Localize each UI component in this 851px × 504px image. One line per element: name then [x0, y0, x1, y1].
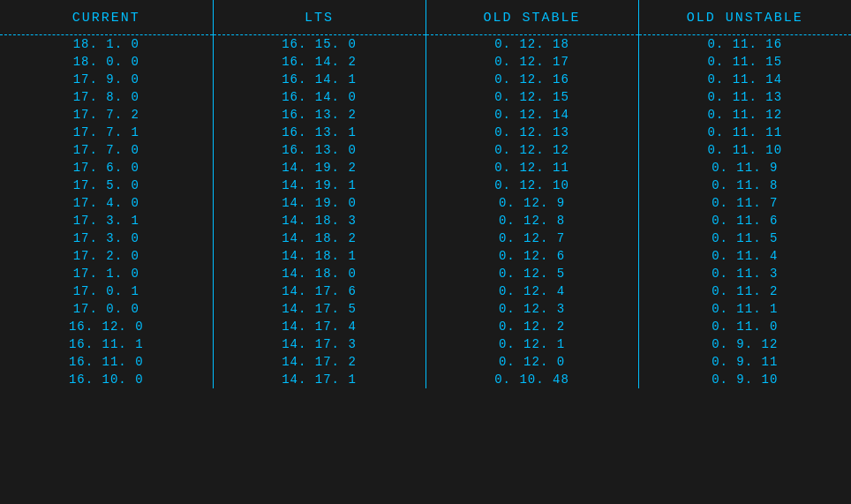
table-cell: 0. 12. 16	[426, 71, 638, 88]
table-body: 18. 1. 016. 15. 00. 12. 180. 11. 1618. 0…	[0, 35, 851, 389]
table-row: 17. 2. 014. 18. 10. 12. 60. 11. 4	[0, 247, 851, 265]
header-lts: LTS	[213, 0, 426, 31]
table-cell: 0. 11. 15	[638, 53, 851, 71]
table-cell: 0. 11. 1	[638, 300, 851, 318]
table-cell: 0. 10. 48	[426, 371, 638, 388]
header-current: CURRENT	[0, 0, 213, 31]
table-cell: 17. 1. 0	[0, 265, 213, 282]
table-row: 17. 0. 114. 17. 60. 12. 40. 11. 2	[0, 282, 851, 300]
table-cell: 0. 11. 3	[638, 265, 851, 282]
table-cell: 17. 4. 0	[0, 194, 213, 212]
table-cell: 14. 17. 5	[213, 300, 426, 318]
table-cell: 16. 13. 2	[213, 106, 426, 124]
table-cell: 0. 12. 12	[426, 141, 638, 159]
table-cell: 0. 12. 15	[426, 88, 638, 106]
table-cell: 0. 12. 6	[426, 247, 638, 265]
table-cell: 17. 0. 0	[0, 300, 213, 318]
table-cell: 0. 12. 1	[426, 335, 638, 353]
table-cell: 0. 11. 2	[638, 282, 851, 300]
table-row: 17. 5. 014. 19. 10. 12. 100. 11. 8	[0, 177, 851, 194]
table-row: 17. 1. 014. 18. 00. 12. 50. 11. 3	[0, 265, 851, 282]
table-cell: 17. 2. 0	[0, 247, 213, 265]
table-cell: 16. 11. 1	[0, 335, 213, 353]
table-row: 17. 0. 014. 17. 50. 12. 30. 11. 1	[0, 300, 851, 318]
table-cell: 16. 13. 0	[213, 141, 426, 159]
table-cell: 14. 17. 3	[213, 335, 426, 353]
table-cell: 14. 19. 1	[213, 177, 426, 194]
table-row: 16. 11. 114. 17. 30. 12. 10. 9. 12	[0, 335, 851, 353]
table-cell: 0. 12. 11	[426, 159, 638, 177]
table-cell: 0. 12. 5	[426, 265, 638, 282]
table-cell: 14. 19. 0	[213, 194, 426, 212]
table-cell: 0. 11. 13	[638, 88, 851, 106]
table-cell: 0. 12. 14	[426, 106, 638, 124]
table-cell: 14. 18. 1	[213, 247, 426, 265]
table-cell: 17. 7. 0	[0, 141, 213, 159]
table-cell: 0. 9. 10	[638, 371, 851, 388]
table-cell: 0. 11. 14	[638, 71, 851, 88]
table-cell: 0. 11. 0	[638, 318, 851, 335]
table-cell: 14. 18. 0	[213, 265, 426, 282]
header-old-stable: OLD STABLE	[426, 0, 638, 31]
table-row: 17. 6. 014. 19. 20. 12. 110. 11. 9	[0, 159, 851, 177]
table-cell: 0. 11. 12	[638, 106, 851, 124]
table-cell: 0. 11. 5	[638, 229, 851, 247]
table-cell: 0. 12. 2	[426, 318, 638, 335]
table-cell: 0. 11. 11	[638, 124, 851, 141]
table-cell: 17. 5. 0	[0, 177, 213, 194]
table-cell: 14. 17. 6	[213, 282, 426, 300]
header-row: CURRENT LTS OLD STABLE OLD UNSTABLE	[0, 0, 851, 31]
table-row: 17. 8. 016. 14. 00. 12. 150. 11. 13	[0, 88, 851, 106]
table-row: 17. 3. 014. 18. 20. 12. 70. 11. 5	[0, 229, 851, 247]
table-cell: 14. 18. 2	[213, 229, 426, 247]
version-table-container: CURRENT LTS OLD STABLE OLD UNSTABLE 18. …	[0, 0, 851, 388]
version-table: CURRENT LTS OLD STABLE OLD UNSTABLE 18. …	[0, 0, 851, 388]
table-row: 17. 7. 116. 13. 10. 12. 130. 11. 11	[0, 124, 851, 141]
table-row: 17. 3. 114. 18. 30. 12. 80. 11. 6	[0, 212, 851, 229]
table-cell: 14. 17. 1	[213, 371, 426, 388]
table-cell: 0. 12. 7	[426, 229, 638, 247]
table-cell: 0. 9. 11	[638, 353, 851, 371]
table-cell: 16. 11. 0	[0, 353, 213, 371]
table-row: 18. 1. 016. 15. 00. 12. 180. 11. 16	[0, 35, 851, 54]
table-row: 18. 0. 016. 14. 20. 12. 170. 11. 15	[0, 53, 851, 71]
table-cell: 0. 12. 4	[426, 282, 638, 300]
table-cell: 16. 14. 2	[213, 53, 426, 71]
table-cell: 16. 12. 0	[0, 318, 213, 335]
table-cell: 14. 19. 2	[213, 159, 426, 177]
table-cell: 17. 8. 0	[0, 88, 213, 106]
table-cell: 17. 6. 0	[0, 159, 213, 177]
table-row: 17. 9. 016. 14. 10. 12. 160. 11. 14	[0, 71, 851, 88]
table-cell: 16. 10. 0	[0, 371, 213, 388]
table-cell: 17. 0. 1	[0, 282, 213, 300]
table-cell: 0. 11. 7	[638, 194, 851, 212]
table-cell: 0. 11. 9	[638, 159, 851, 177]
table-cell: 17. 7. 2	[0, 106, 213, 124]
table-cell: 16. 14. 1	[213, 71, 426, 88]
table-cell: 0. 12. 8	[426, 212, 638, 229]
table-cell: 0. 11. 8	[638, 177, 851, 194]
table-row: 17. 4. 014. 19. 00. 12. 90. 11. 7	[0, 194, 851, 212]
table-cell: 0. 12. 3	[426, 300, 638, 318]
table-cell: 16. 14. 0	[213, 88, 426, 106]
table-cell: 14. 17. 2	[213, 353, 426, 371]
table-cell: 17. 3. 1	[0, 212, 213, 229]
table-cell: 14. 18. 3	[213, 212, 426, 229]
table-cell: 0. 11. 4	[638, 247, 851, 265]
table-cell: 0. 12. 10	[426, 177, 638, 194]
table-row: 17. 7. 016. 13. 00. 12. 120. 11. 10	[0, 141, 851, 159]
table-cell: 17. 7. 1	[0, 124, 213, 141]
table-cell: 0. 12. 17	[426, 53, 638, 71]
table-cell: 18. 0. 0	[0, 53, 213, 71]
table-cell: 0. 11. 10	[638, 141, 851, 159]
table-cell: 14. 17. 4	[213, 318, 426, 335]
table-cell: 0. 11. 16	[638, 35, 851, 54]
table-cell: 17. 3. 0	[0, 229, 213, 247]
table-cell: 0. 9. 12	[638, 335, 851, 353]
table-cell: 0. 12. 9	[426, 194, 638, 212]
table-row: 16. 11. 014. 17. 20. 12. 00. 9. 11	[0, 353, 851, 371]
table-cell: 0. 12. 13	[426, 124, 638, 141]
table-cell: 16. 15. 0	[213, 35, 426, 54]
table-row: 16. 12. 014. 17. 40. 12. 20. 11. 0	[0, 318, 851, 335]
table-cell: 0. 12. 18	[426, 35, 638, 54]
